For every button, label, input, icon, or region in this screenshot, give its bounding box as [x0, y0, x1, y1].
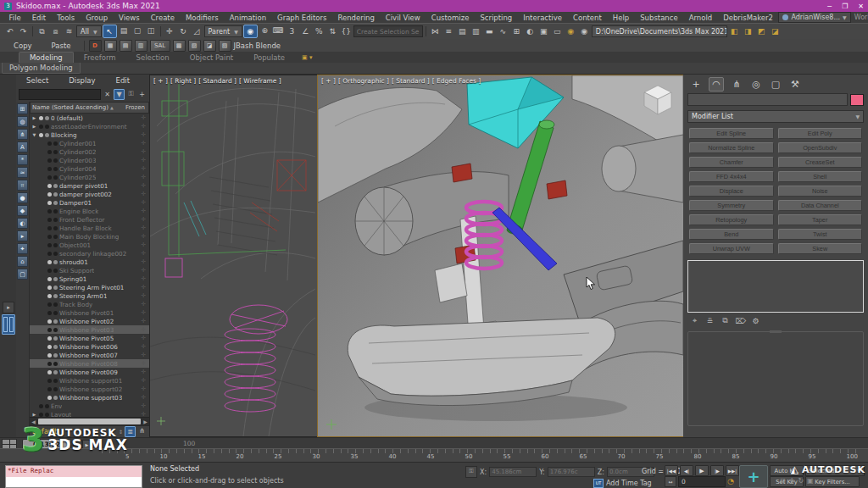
- frozen-toggle-icon[interactable]: [141, 225, 146, 231]
- expand-arrow-icon[interactable]: ▶: [31, 124, 37, 129]
- scene-row[interactable]: Object001: [30, 241, 149, 249]
- display-tab[interactable]: ▢: [769, 78, 782, 91]
- current-frame-field[interactable]: 0: [678, 476, 726, 487]
- maxscript-mini-listener[interactable]: *File Replac: [5, 465, 142, 488]
- viewport-label-segment[interactable]: [ + ]: [153, 77, 168, 85]
- explorer-menu-item[interactable]: Edit: [106, 76, 140, 85]
- scene-row[interactable]: Main Body Blocking: [30, 232, 149, 241]
- menu-item[interactable]: Civil View: [380, 14, 426, 22]
- scene-row[interactable]: Wishbone Pivot05: [30, 334, 149, 342]
- display-helpers-icon[interactable]: ⌂: [17, 256, 28, 267]
- modifier-button[interactable]: Retopology: [689, 214, 774, 225]
- display-lights-icon[interactable]: ✦: [17, 243, 28, 254]
- modifier-button[interactable]: Edit Poly: [778, 128, 863, 139]
- modifier-stack[interactable]: [687, 260, 864, 313]
- select-and-link-icon[interactable]: ⧉: [36, 25, 48, 37]
- scene-row[interactable]: Cylinder003: [30, 156, 149, 164]
- undo-icon[interactable]: ↶: [3, 25, 16, 37]
- visibility-toggle-icon[interactable]: [47, 175, 52, 180]
- frozen-toggle-icon[interactable]: [141, 360, 146, 367]
- go-to-end-icon[interactable]: ▶▶|: [726, 465, 739, 476]
- explorer-search-input[interactable]: [19, 89, 101, 100]
- previous-frame-icon[interactable]: ◀|: [680, 465, 693, 476]
- angle-snap-icon[interactable]: ∠: [299, 25, 312, 37]
- visibility-toggle-icon[interactable]: [47, 209, 52, 214]
- modifier-button[interactable]: Taper: [778, 214, 863, 225]
- scene-row[interactable]: Wishbone Pivot007: [30, 351, 149, 359]
- reference-coordinate-dropdown[interactable]: Parent▼: [204, 25, 242, 37]
- find-regex-icon[interactable]: ≈: [17, 167, 28, 178]
- scroll-right-icon[interactable]: ▶: [142, 419, 149, 424]
- modifier-button[interactable]: Shell: [778, 171, 863, 182]
- checker-map-icon[interactable]: ▦: [104, 40, 117, 52]
- move-icon[interactable]: ✛: [164, 25, 176, 37]
- visibility-toggle-icon[interactable]: [47, 345, 52, 349]
- menu-item[interactable]: Tools: [52, 14, 81, 22]
- x-coordinate-field[interactable]: 45.186cm: [489, 467, 537, 477]
- menu-item[interactable]: Create: [145, 14, 180, 22]
- viewport-right-view[interactable]: [ + ][ Right ][ Standard ][ Wireframe ]: [149, 75, 318, 437]
- viewport-layout-tab[interactable]: [2, 314, 15, 335]
- modifier-button[interactable]: OpenSubdiv: [778, 142, 863, 153]
- listener-white-line[interactable]: [6, 477, 142, 488]
- visibility-toggle-icon[interactable]: [47, 252, 52, 256]
- utilities-tab[interactable]: ⚒: [788, 78, 802, 91]
- motion-tab[interactable]: ◎: [749, 78, 763, 91]
- selection-lock-icon[interactable]: ⚿: [465, 466, 477, 478]
- scene-row[interactable]: Wishbone Pivot009: [30, 368, 149, 376]
- scene-row[interactable]: Handle Bar Block: [30, 224, 149, 232]
- sal-script-icon[interactable]: SAL: [150, 40, 170, 52]
- frozen-toggle-icon[interactable]: [141, 284, 146, 291]
- visibility-toggle-icon[interactable]: [47, 370, 52, 374]
- pick-parent-icon[interactable]: ◍: [17, 116, 28, 127]
- hierarchy-tab[interactable]: ⋔: [730, 78, 743, 91]
- visibility-toggle-icon[interactable]: [47, 336, 52, 341]
- scene-row[interactable]: ▼ Blocking: [30, 130, 149, 139]
- close-button[interactable]: ✕: [858, 3, 864, 10]
- modifier-button[interactable]: Displace: [689, 186, 774, 197]
- render-production-icon[interactable]: ◉: [565, 25, 577, 37]
- frozen-toggle-icon[interactable]: [141, 352, 146, 358]
- select-and-manipulate-icon[interactable]: ⊕: [259, 25, 271, 36]
- frozen-toggle-icon[interactable]: [141, 267, 146, 274]
- viewport-label-segment[interactable]: [ Edged Faces ]: [432, 77, 481, 85]
- frozen-toggle-icon[interactable]: [141, 241, 146, 248]
- expand-arrow-icon[interactable]: ▼: [31, 132, 37, 137]
- modifier-button[interactable]: Chamfer: [689, 157, 774, 168]
- visibility-toggle-icon[interactable]: [47, 294, 52, 298]
- visibility-toggle-icon[interactable]: [47, 260, 52, 264]
- find-wildcards-icon[interactable]: *: [17, 154, 28, 165]
- viewport-label-segment[interactable]: [ Standard ]: [392, 77, 430, 85]
- visibility-toggle-icon[interactable]: [47, 302, 52, 307]
- layer-key-icon[interactable]: ◪: [769, 25, 782, 37]
- menu-item[interactable]: Interactive: [518, 14, 568, 22]
- rect-selection-region-icon[interactable]: ▢: [131, 25, 144, 36]
- named-selection-set-field[interactable]: [353, 25, 423, 37]
- visibility-toggle-icon[interactable]: [47, 226, 52, 230]
- frozen-toggle-icon[interactable]: [141, 377, 146, 384]
- frozen-toggle-icon[interactable]: [141, 301, 146, 308]
- frozen-toggle-icon[interactable]: [141, 174, 146, 180]
- project-folder-dropdown[interactable]: D:\OneDrive\Documents\3ds Max 2021▼: [592, 25, 727, 37]
- make-unique-icon[interactable]: ⧉: [720, 316, 731, 325]
- scene-row[interactable]: damper pivot002: [30, 190, 149, 198]
- curve-editor-icon[interactable]: ∿: [497, 25, 509, 37]
- visibility-toggle-icon[interactable]: [47, 243, 52, 247]
- scene-row[interactable]: Env: [30, 402, 149, 410]
- frozen-toggle-icon[interactable]: [141, 216, 146, 223]
- menu-item[interactable]: Animation: [224, 14, 271, 22]
- menu-item[interactable]: Graph Editors: [272, 14, 332, 22]
- visibility-toggle-icon[interactable]: [47, 362, 52, 366]
- frozen-toggle-icon[interactable]: [141, 250, 146, 257]
- scene-row[interactable]: Damper01: [30, 198, 149, 207]
- wireframe-scene[interactable]: [150, 75, 317, 436]
- display-shapes-icon[interactable]: ▢: [17, 269, 28, 280]
- align-icon[interactable]: ≡: [442, 25, 455, 37]
- display-layers-icon[interactable]: ◆: [17, 205, 28, 216]
- menu-item[interactable]: Substance: [635, 14, 683, 22]
- menu-item[interactable]: Customize: [426, 14, 475, 22]
- menu-item[interactable]: Modifiers: [180, 14, 224, 22]
- scale-icon[interactable]: ◿: [191, 25, 203, 37]
- mirror-icon[interactable]: ⋈: [429, 25, 442, 37]
- jbash-blend-label[interactable]: JBash Blende: [234, 42, 281, 50]
